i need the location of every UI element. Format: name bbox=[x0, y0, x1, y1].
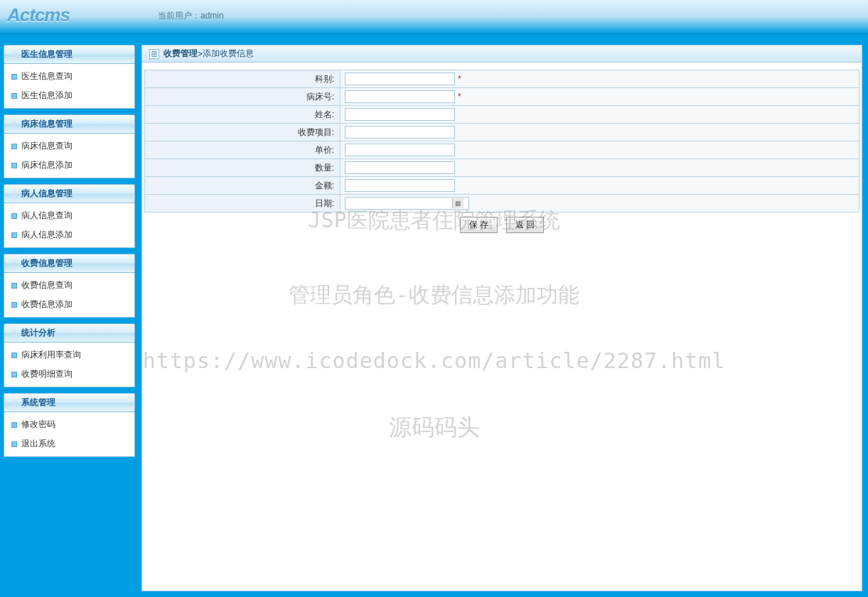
nav-header[interactable]: ☆统计分析 bbox=[4, 323, 135, 343]
text-input[interactable] bbox=[345, 144, 455, 156]
calendar-icon[interactable]: ▦ bbox=[452, 198, 464, 208]
bullet-icon bbox=[11, 213, 17, 219]
nav-header[interactable]: ☆病床信息管理 bbox=[4, 114, 135, 134]
form-area: 科别:*病床号:*姓名:收费项目:单价:数量:金额:日期:▦ 保 存 返 回 bbox=[142, 63, 862, 240]
bullet-icon bbox=[11, 372, 17, 377]
sidebar: ☆医生信息管理医生信息查询医生信息添加☆病床信息管理病床信息查询病床信息添加☆病… bbox=[0, 34, 139, 597]
button-row: 保 存 返 回 bbox=[144, 217, 859, 233]
sidebar-item[interactable]: 收费明细查询 bbox=[4, 365, 134, 384]
nav-body: 收费信息查询收费信息添加 bbox=[4, 273, 135, 318]
sidebar-item[interactable]: 收费信息添加 bbox=[4, 295, 134, 314]
text-input[interactable] bbox=[345, 161, 455, 174]
sidebar-item[interactable]: 病人信息添加 bbox=[4, 225, 134, 244]
field-label: 数量: bbox=[145, 159, 341, 177]
nav-group: ☆收费信息管理收费信息查询收费信息添加 bbox=[4, 254, 135, 318]
required-mark: * bbox=[458, 74, 461, 84]
sidebar-item[interactable]: 医生信息查询 bbox=[4, 67, 134, 86]
nav-header[interactable]: ☆医生信息管理 bbox=[4, 45, 135, 64]
user-label: 当前用户： bbox=[158, 11, 200, 21]
sidebar-item-label: 修改密码 bbox=[21, 419, 55, 431]
field-label: 病床号: bbox=[145, 88, 341, 106]
save-button[interactable]: 保 存 bbox=[460, 217, 498, 233]
nav-header-label: 病人信息管理 bbox=[21, 188, 73, 200]
sidebar-item[interactable]: 修改密码 bbox=[4, 415, 134, 434]
date-input[interactable] bbox=[345, 198, 452, 209]
nav-header[interactable]: ☆系统管理 bbox=[4, 393, 135, 412]
field-value-cell: * bbox=[341, 88, 859, 106]
field-value-cell: ▦ bbox=[341, 195, 859, 213]
field-label: 收费项目: bbox=[145, 124, 341, 141]
breadcrumb-section: 收费管理 bbox=[164, 48, 198, 60]
field-label: 单价: bbox=[145, 141, 341, 159]
form-row: 金额: bbox=[145, 177, 859, 195]
form-row: 单价: bbox=[145, 141, 859, 159]
field-label: 姓名: bbox=[145, 106, 341, 124]
field-value-cell bbox=[341, 106, 859, 124]
star-icon: ☆ bbox=[10, 188, 18, 199]
sidebar-item-label: 病人信息查询 bbox=[21, 210, 73, 222]
nav-body: 病床利用率查询收费明细查询 bbox=[4, 343, 135, 387]
bullet-icon bbox=[11, 74, 17, 80]
nav-body: 修改密码退出系统 bbox=[4, 412, 135, 457]
nav-header[interactable]: ☆病人信息管理 bbox=[4, 184, 135, 203]
sidebar-item-label: 医生信息添加 bbox=[21, 90, 73, 102]
sidebar-item[interactable]: 病床信息添加 bbox=[4, 156, 134, 175]
list-icon bbox=[149, 49, 159, 59]
bullet-icon bbox=[11, 232, 17, 238]
bullet-icon bbox=[11, 163, 17, 168]
top-header: Actcms 当前用户：admin bbox=[0, 0, 868, 34]
field-label: 金额: bbox=[145, 177, 341, 195]
nav-header-label: 收费信息管理 bbox=[21, 257, 73, 269]
nav-group: ☆病床信息管理病床信息查询病床信息添加 bbox=[4, 114, 135, 178]
current-user: 当前用户：admin bbox=[158, 10, 224, 22]
nav-body: 医生信息查询医生信息添加 bbox=[4, 64, 135, 109]
sidebar-item[interactable]: 医生信息添加 bbox=[4, 86, 134, 105]
breadcrumb: 收费管理 > 添加收费信息 bbox=[142, 45, 862, 63]
field-value-cell bbox=[341, 124, 859, 141]
star-icon: ☆ bbox=[10, 258, 18, 269]
sidebar-item[interactable]: 退出系统 bbox=[4, 434, 134, 453]
logo: Actcms bbox=[7, 4, 70, 26]
bullet-icon bbox=[11, 283, 17, 289]
text-input[interactable] bbox=[345, 90, 455, 103]
sidebar-item-label: 病床信息查询 bbox=[21, 140, 73, 152]
form-row: 病床号:* bbox=[145, 88, 859, 106]
bullet-icon bbox=[11, 93, 17, 99]
nav-header-label: 病床信息管理 bbox=[21, 118, 73, 130]
field-value-cell bbox=[341, 159, 859, 177]
star-icon: ☆ bbox=[10, 328, 18, 338]
form-row: 收费项目: bbox=[145, 124, 859, 141]
sidebar-item[interactable]: 病床利用率查询 bbox=[4, 345, 134, 365]
content-panel: 收费管理 > 添加收费信息 科别:*病床号:*姓名:收费项目:单价:数量:金额:… bbox=[141, 45, 862, 591]
sidebar-item[interactable]: 病人信息查询 bbox=[4, 206, 134, 225]
back-button[interactable]: 返 回 bbox=[506, 217, 544, 233]
sidebar-item[interactable]: 病床信息查询 bbox=[4, 136, 134, 156]
bullet-icon bbox=[11, 144, 17, 149]
bullet-icon bbox=[11, 422, 17, 428]
nav-header-label: 系统管理 bbox=[21, 397, 55, 409]
sidebar-item-label: 病人信息添加 bbox=[21, 229, 73, 241]
nav-group: ☆病人信息管理病人信息查询病人信息添加 bbox=[4, 184, 135, 248]
sidebar-item-label: 收费明细查询 bbox=[21, 368, 73, 380]
sidebar-item[interactable]: 收费信息查询 bbox=[4, 276, 134, 295]
form-row: 日期:▦ bbox=[145, 195, 859, 213]
sidebar-item-label: 收费信息添加 bbox=[21, 298, 73, 311]
nav-group: ☆系统管理修改密码退出系统 bbox=[4, 393, 135, 457]
sidebar-item-label: 病床利用率查询 bbox=[21, 349, 81, 361]
text-input[interactable] bbox=[345, 72, 455, 85]
nav-header[interactable]: ☆收费信息管理 bbox=[4, 254, 135, 273]
sidebar-item-label: 退出系统 bbox=[21, 438, 55, 450]
nav-body: 病人信息查询病人信息添加 bbox=[4, 203, 135, 248]
star-icon: ☆ bbox=[10, 119, 18, 129]
star-icon: ☆ bbox=[10, 397, 18, 408]
form-row: 姓名: bbox=[145, 106, 859, 124]
bullet-icon bbox=[11, 353, 17, 358]
field-label: 日期: bbox=[145, 195, 341, 213]
nav-body: 病床信息查询病床信息添加 bbox=[4, 134, 135, 178]
breadcrumb-sep: > bbox=[198, 49, 203, 59]
text-input[interactable] bbox=[345, 179, 455, 192]
nav-header-label: 统计分析 bbox=[21, 327, 55, 339]
text-input[interactable] bbox=[345, 126, 455, 139]
field-value-cell bbox=[341, 177, 859, 195]
text-input[interactable] bbox=[345, 108, 455, 121]
